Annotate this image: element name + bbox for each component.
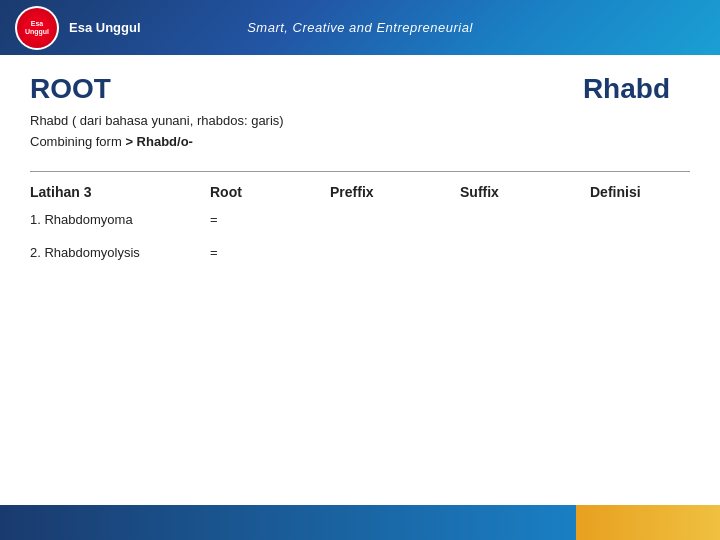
table-header-row: Latihan 3 Root Preffix Suffix Definisi (30, 184, 690, 204)
cell-latihan-2: 2. Rhabdomyolysis (30, 245, 210, 260)
combining-form-value: > Rhabd/o- (122, 134, 193, 149)
col-header-root: Root (210, 184, 330, 200)
description: Rhabd ( dari bahasa yunani, rhabdos: gar… (30, 111, 690, 153)
footer-blue-bar (0, 505, 576, 540)
table-row: 2. Rhabdomyolysis = (30, 245, 690, 260)
col-header-preffix: Preffix (330, 184, 460, 200)
col-header-suffix: Suffix (460, 184, 590, 200)
rhabd-title: Rhabd (583, 73, 670, 105)
col-header-latihan: Latihan 3 (30, 184, 210, 200)
university-name: Esa Unggul (69, 20, 141, 35)
cell-root-1: = (210, 212, 330, 227)
description-line2: Combining form > Rhabd/o- (30, 132, 690, 153)
root-title: ROOT (30, 73, 111, 105)
combining-form-label: Combining form (30, 134, 122, 149)
cell-root-2: = (210, 245, 330, 260)
footer (0, 505, 720, 540)
col-header-definisi: Definisi (590, 184, 690, 200)
logo-area: EsaUnggul Esa Unggul (15, 6, 141, 50)
header: EsaUnggul Esa Unggul Smart, Creative and… (0, 0, 720, 55)
title-row: ROOT Rhabd (30, 73, 690, 105)
description-line1: Rhabd ( dari bahasa yunani, rhabdos: gar… (30, 111, 690, 132)
table-row: 1. Rhabdomyoma = (30, 212, 690, 227)
logo-inner: EsaUnggul (17, 8, 57, 48)
cell-latihan-1: 1. Rhabdomyoma (30, 212, 210, 227)
tagline: Smart, Creative and Entrepreneurial (247, 20, 473, 35)
main-content: ROOT Rhabd Rhabd ( dari bahasa yunani, r… (0, 55, 720, 505)
logo-text: EsaUnggul (25, 20, 49, 35)
logo-circle: EsaUnggul (15, 6, 59, 50)
footer-accent (576, 505, 720, 540)
divider (30, 171, 690, 172)
